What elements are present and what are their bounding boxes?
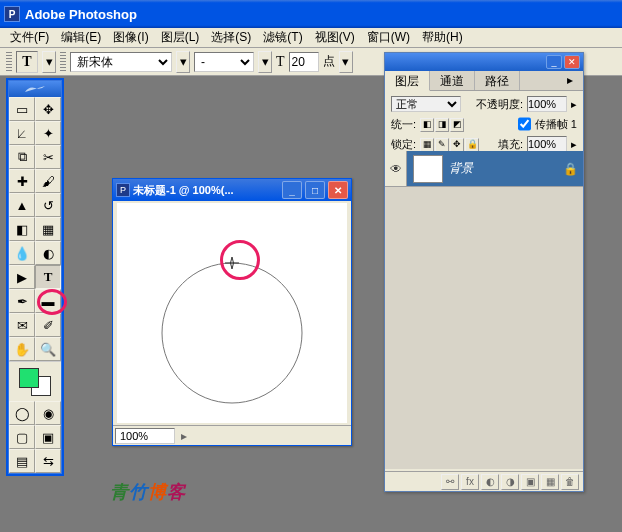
lock-trans-icon[interactable]: ▦ <box>420 138 434 152</box>
zoom-field[interactable]: 100% <box>115 428 175 444</box>
screenmode-3[interactable]: ▤ <box>9 449 35 473</box>
unify-pos-icon[interactable]: ◧ <box>420 118 434 132</box>
font-family-arrow[interactable]: ▾ <box>176 51 190 73</box>
document-titlebar[interactable]: P 未标题-1 @ 100%(... _ □ ✕ <box>113 179 351 201</box>
zoom-tool[interactable]: 🔍 <box>35 337 61 361</box>
propagate-checkbox[interactable] <box>518 116 531 132</box>
font-style-select[interactable]: - <box>194 52 254 72</box>
menu-edit[interactable]: 编辑(E) <box>55 29 107 46</box>
canvas[interactable] <box>117 203 347 423</box>
watermark: 青竹博客 <box>110 480 186 504</box>
opacity-arrow-icon[interactable]: ▸ <box>571 98 577 111</box>
unify-vis-icon[interactable]: ◨ <box>435 118 449 132</box>
menu-filter[interactable]: 滤镜(T) <box>257 29 308 46</box>
status-arrow-icon[interactable]: ▸ <box>177 429 191 443</box>
layer-group-button[interactable]: ▣ <box>521 474 539 490</box>
menu-select[interactable]: 选择(S) <box>205 29 257 46</box>
maximize-button[interactable]: □ <box>305 181 325 199</box>
gripper-icon[interactable] <box>6 52 12 72</box>
visibility-toggle[interactable]: 👁 <box>385 151 407 186</box>
lock-pixel-icon[interactable]: ✎ <box>435 138 449 152</box>
screenmode-2[interactable]: ▣ <box>35 425 61 449</box>
gradient-tool[interactable]: ▦ <box>35 217 61 241</box>
dodge-tool[interactable]: ◐ <box>35 241 61 265</box>
adjustment-layer-button[interactable]: ◑ <box>501 474 519 490</box>
standard-mode[interactable]: ◯ <box>9 401 35 425</box>
shape-tool[interactable]: ▬ <box>35 289 61 313</box>
font-size-arrow[interactable]: ▾ <box>339 51 353 73</box>
close-button[interactable]: ✕ <box>328 181 348 199</box>
fill-input[interactable] <box>527 136 567 152</box>
menu-file[interactable]: 文件(F) <box>4 29 55 46</box>
wand-tool[interactable]: ✦ <box>35 121 61 145</box>
panel-menu-button[interactable]: ▸ <box>557 71 583 90</box>
lasso-tool[interactable]: ⟀ <box>9 121 35 145</box>
delete-layer-button[interactable]: 🗑 <box>561 474 579 490</box>
layer-name[interactable]: 背景 <box>449 160 563 177</box>
layers-footer: ⚯ fx ◐ ◑ ▣ ▦ 🗑 <box>385 471 583 491</box>
tab-paths[interactable]: 路径 <box>475 71 520 90</box>
brush-tool[interactable]: 🖌 <box>35 169 61 193</box>
eraser-tool[interactable]: ◧ <box>9 217 35 241</box>
toolbox: ▭ ✥ ⟀ ✦ ⧉ ✂ ✚ 🖌 ▲ ↺ ◧ ▦ 💧 ◐ ▶ T ✒ ▬ ✉ ✐ … <box>8 80 62 474</box>
lock-pos-icon[interactable]: ✥ <box>450 138 464 152</box>
layer-style-button[interactable]: fx <box>461 474 479 490</box>
minimize-button[interactable]: _ <box>282 181 302 199</box>
layer-mask-button[interactable]: ◐ <box>481 474 499 490</box>
font-size-input[interactable] <box>289 52 319 72</box>
stamp-tool[interactable]: ▲ <box>9 193 35 217</box>
panel-minimize-button[interactable]: _ <box>546 55 562 69</box>
svg-point-0 <box>162 263 302 403</box>
font-style-arrow[interactable]: ▾ <box>258 51 272 73</box>
quickmask-mode[interactable]: ◉ <box>35 401 61 425</box>
unify-style-icon[interactable]: ◩ <box>450 118 464 132</box>
move-tool[interactable]: ✥ <box>35 97 61 121</box>
app-titlebar: P Adobe Photoshop <box>0 0 622 28</box>
font-family-select[interactable]: 新宋体 <box>70 52 172 72</box>
notes-tool[interactable]: ✉ <box>9 313 35 337</box>
screenmode-1[interactable]: ▢ <box>9 425 35 449</box>
jump-to[interactable]: ⇆ <box>35 449 61 473</box>
tool-preset-dropdown[interactable]: ▾ <box>42 51 56 73</box>
menu-view[interactable]: 视图(V) <box>309 29 361 46</box>
menu-help[interactable]: 帮助(H) <box>416 29 469 46</box>
slice-tool[interactable]: ✂ <box>35 145 61 169</box>
lock-buttons: ▦✎✥🔒 <box>420 137 480 152</box>
heal-tool[interactable]: ✚ <box>9 169 35 193</box>
marquee-tool[interactable]: ▭ <box>9 97 35 121</box>
layers-panel: _ ✕ 图层 通道 路径 ▸ 正常 不透明度: ▸ 统一: ◧◨◩ 传播帧 1 … <box>384 52 584 492</box>
crop-tool[interactable]: ⧉ <box>9 145 35 169</box>
opacity-input[interactable] <box>527 96 567 112</box>
new-layer-button[interactable]: ▦ <box>541 474 559 490</box>
eyedropper-tool[interactable]: ✐ <box>35 313 61 337</box>
panel-close-button[interactable]: ✕ <box>564 55 580 69</box>
layer-item[interactable]: 👁 背景 🔒 <box>385 151 583 187</box>
menu-window[interactable]: 窗口(W) <box>361 29 416 46</box>
tab-layers[interactable]: 图层 <box>385 71 430 91</box>
blend-mode-select[interactable]: 正常 <box>391 96 461 112</box>
blur-tool[interactable]: 💧 <box>9 241 35 265</box>
layer-list: 👁 背景 🔒 <box>385 151 583 469</box>
history-brush-tool[interactable]: ↺ <box>35 193 61 217</box>
unify-label: 统一: <box>391 117 416 132</box>
gripper-icon[interactable] <box>60 52 66 72</box>
tab-channels[interactable]: 通道 <box>430 71 475 90</box>
lock-icon: 🔒 <box>563 162 583 176</box>
panel-header[interactable]: _ ✕ <box>385 53 583 71</box>
path-select-tool[interactable]: ▶ <box>9 265 35 289</box>
lock-all-icon[interactable]: 🔒 <box>465 138 479 152</box>
document-window: P 未标题-1 @ 100%(... _ □ ✕ 100% ▸ <box>112 178 352 446</box>
type-tool[interactable]: T <box>35 265 61 289</box>
document-title: 未标题-1 @ 100%(... <box>133 183 279 198</box>
menu-image[interactable]: 图像(I) <box>107 29 154 46</box>
layer-thumbnail[interactable] <box>413 155 443 183</box>
color-swatches[interactable] <box>9 361 61 401</box>
pen-tool[interactable]: ✒ <box>9 289 35 313</box>
fill-label: 填充: <box>498 137 523 152</box>
foreground-color-swatch[interactable] <box>19 368 39 388</box>
fill-arrow-icon[interactable]: ▸ <box>571 138 577 151</box>
toolbox-header[interactable] <box>9 81 61 97</box>
link-layers-button[interactable]: ⚯ <box>441 474 459 490</box>
menu-layer[interactable]: 图层(L) <box>155 29 206 46</box>
hand-tool[interactable]: ✋ <box>9 337 35 361</box>
